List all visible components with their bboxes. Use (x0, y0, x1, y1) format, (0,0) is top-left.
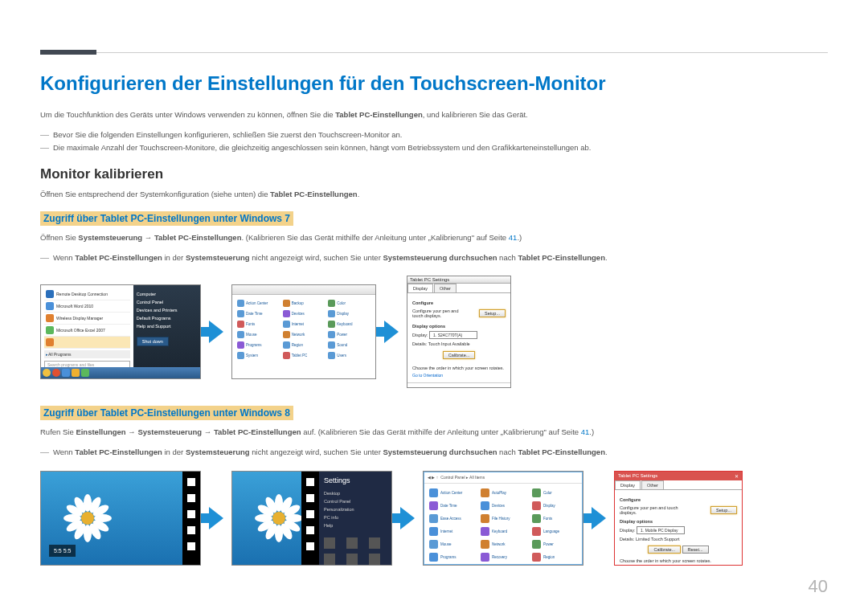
t: All Programs (48, 352, 72, 357)
arrow-icon (209, 321, 223, 343)
t: Wireless Display Manager (56, 316, 103, 321)
arrow-icon (384, 321, 399, 343)
start-icon (306, 510, 314, 518)
t: Configure (412, 300, 433, 305)
devices-icon (187, 526, 195, 534)
settings-icon (306, 542, 314, 550)
screenshot-win7-controlpanel: Action Center Backup Color Date Time Dev… (231, 284, 376, 379)
search-icon (306, 478, 314, 486)
dash-icon: ― (40, 446, 53, 459)
t: nicht angezeigt wird, suchen Sie unter (250, 253, 383, 262)
t: 1. Mobile PC Display (637, 526, 685, 534)
win7-note-text: Wenn Tablet PC-Einstellungen in der Syst… (53, 251, 608, 264)
start-icon (187, 510, 195, 518)
calibrate-button: Calibrate... (443, 351, 476, 359)
t: Wenn (53, 253, 75, 262)
t: Microsoft Word 2010 (56, 304, 93, 309)
win8-instruction: Rufen Sie Einstellungen → Systemsteuerun… (40, 427, 828, 438)
t: PC info (324, 513, 387, 521)
reset-button: Reset... (682, 546, 709, 554)
t: Einstellungen (76, 427, 125, 436)
win8-note: ― Wenn Tablet PC-Einstellungen in der Sy… (40, 446, 828, 459)
t: Tablet PC Settings (618, 473, 657, 479)
t: . (358, 190, 360, 198)
note-2: Die maximale Anzahl der Touchscreen-Moni… (53, 141, 591, 154)
t: Configure (620, 497, 641, 502)
t: Tablet PC-Einstellungen (214, 427, 301, 436)
arrow-icon (400, 507, 415, 529)
calibrate-button: Calibrate... (648, 546, 681, 554)
search-icon (187, 478, 195, 486)
t: Display: (620, 528, 636, 533)
t: → (142, 233, 154, 242)
t: Computer (137, 290, 197, 298)
note-1: Bevor Sie die folgenden Einstellungen ko… (53, 129, 402, 141)
settings-icon (187, 542, 195, 550)
intro-bold: Tablet PC-Einstellungen (335, 110, 423, 119)
t: .) (517, 233, 522, 242)
t: Systemsteuerung (78, 233, 142, 242)
t: . (605, 447, 608, 456)
t: → (126, 427, 138, 436)
t: nach (497, 447, 518, 456)
t: Display: (412, 333, 428, 337)
screenshot-win8-settings: Settings Desktop Control Panel Personali… (231, 471, 392, 566)
t: Configure your pen and touch displays. (620, 505, 690, 515)
dash-icon: ― (40, 141, 53, 154)
t: Systemsteuerung (137, 427, 202, 436)
win7-note: ― Wenn Tablet PC-Einstellungen in der Sy… (40, 251, 828, 264)
intro-pre: Um die Touchfunktion des Geräts unter Wi… (40, 110, 335, 119)
t: .) (589, 427, 594, 436)
t: in der (162, 253, 186, 262)
t: Systemsteuerung (186, 447, 250, 456)
setup-button: Setup... (710, 506, 737, 514)
t: Go to Orientation (412, 373, 506, 378)
t: Display options (620, 519, 653, 524)
win8-note-text: Wenn Tablet PC-Einstellungen in der Syst… (53, 446, 608, 459)
t: Rufen Sie (40, 427, 76, 436)
t: Display (615, 480, 641, 489)
t: → (202, 427, 214, 436)
t: Desktop (324, 489, 387, 497)
t: Tablet PC-Einstellungen (154, 233, 242, 242)
screenshot-win8-charms: 5:5 5:5 (40, 471, 201, 566)
screenshot-win7-startmenu: Remote Desktop Connection Microsoft Word… (40, 284, 201, 379)
header-accent (40, 50, 96, 55)
close-icon: ✕ (735, 473, 739, 479)
t: Limited Touch Support (636, 537, 680, 541)
t: Microsoft Office Excel 2007 (56, 328, 105, 333)
t: Details: (412, 341, 427, 346)
t: Systemsteuerung (186, 253, 250, 262)
t: Personalization (324, 505, 387, 513)
devices-icon (306, 526, 314, 534)
win7-heading: Zugriff über Tablet PC-Einstellungen unt… (40, 211, 293, 226)
t: Default Programs (137, 314, 197, 322)
t: Display options (412, 324, 445, 329)
share-icon (306, 494, 314, 502)
arrow-icon (209, 507, 223, 529)
win7-flow: Remote Desktop Connection Microsoft Word… (40, 276, 828, 388)
arrow-icon (592, 507, 606, 529)
intro-post: , und kalibrieren Sie das Gerät. (423, 110, 528, 119)
t: Tablet PC-Einstellungen (75, 447, 162, 456)
t: 1. S24C770T(A) (429, 331, 477, 339)
t: Choose the order in which your screen ro… (412, 366, 506, 370)
screenshot-win8-controlpanel: ◀ ▶ ↑Control Panel ▸ All Items Action Ce… (423, 471, 583, 566)
t: Systemsteuerung durchsuchen (383, 253, 497, 262)
screenshot-win8-tabletdialog: Tablet PC Settings✕ Display Other Config… (614, 471, 743, 566)
t: Details: (620, 537, 634, 541)
section-heading: Monitor kalibrieren (40, 166, 828, 182)
page-link[interactable]: 41 (509, 233, 518, 242)
t: Wenn (53, 447, 75, 456)
t: Other (641, 480, 664, 489)
win8-heading: Zugriff über Tablet PC-Einstellungen unt… (40, 406, 293, 420)
t: Control Panel (324, 497, 387, 505)
t: nach (497, 253, 518, 262)
t: Tablet PC-Einstellungen (518, 447, 605, 456)
t: Control Panel (137, 298, 197, 306)
t: Settings (324, 476, 387, 484)
screenshot-win7-tabletdialog: Tablet PC Settings Display Other Configu… (407, 276, 511, 388)
t: Choose the order in which your screen ro… (620, 558, 737, 563)
setup-button: Setup... (479, 309, 506, 317)
page-link[interactable]: 41 (581, 427, 590, 436)
